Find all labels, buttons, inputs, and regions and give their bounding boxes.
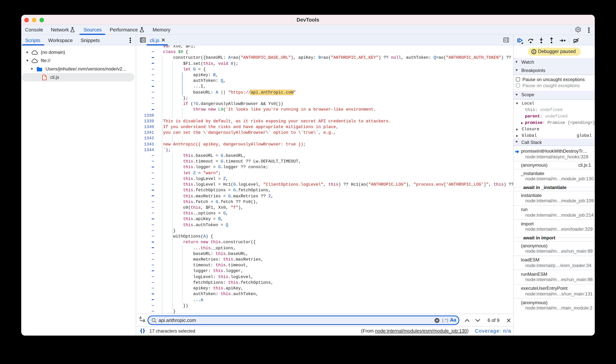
svg-text:A: A <box>139 316 141 320</box>
svg-text:B: B <box>143 319 145 322</box>
